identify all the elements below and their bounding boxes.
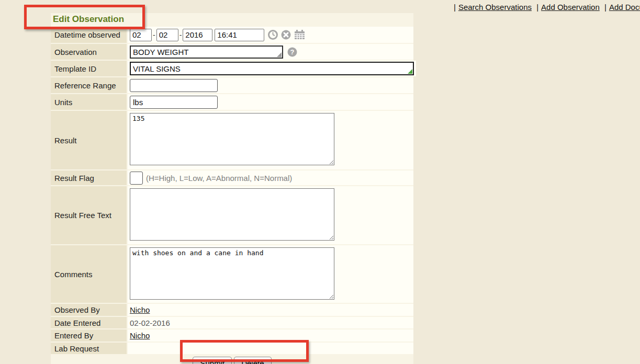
row-entered-by: Entered By Nicho: [51, 329, 413, 342]
date-entered-label: Date Entered: [51, 317, 127, 328]
result-flag-hint: (H=High, L=Low, A=Abnormal, N=Normal): [146, 174, 292, 183]
clock-icon[interactable]: [268, 30, 278, 40]
delete-button[interactable]: Delete: [234, 357, 271, 364]
nav-link-add-observation[interactable]: Add Observation: [541, 3, 600, 12]
lab-request-label: Lab Request: [51, 343, 127, 354]
row-template-id: Template ID: [51, 61, 413, 76]
row-result-free-text: Result Free Text: [51, 186, 413, 244]
nav-link-add-document[interactable]: Add Document: [609, 3, 640, 12]
result-textarea[interactable]: 135: [130, 113, 334, 165]
row-lab-request: Lab Request: [51, 343, 413, 354]
resize-handle[interactable]: [408, 69, 412, 74]
form-actions: Submit Delete: [51, 355, 413, 364]
observation-input[interactable]: [130, 46, 283, 59]
comments-label: Comments: [51, 245, 127, 303]
row-observation: Observation ?: [51, 44, 413, 60]
units-input[interactable]: [130, 96, 218, 109]
reference-range-label: Reference Range: [51, 77, 127, 93]
nav-link-search-observations[interactable]: Search Observations: [458, 3, 532, 12]
units-label: Units: [51, 94, 127, 110]
nav-separator: |: [536, 3, 538, 12]
result-flag-input[interactable]: [130, 172, 143, 185]
row-units: Units: [51, 94, 413, 110]
calendar-icon[interactable]: [294, 30, 305, 40]
page-title: Edit Observation: [51, 13, 413, 26]
comments-textarea[interactable]: with shoes on and a cane in hand: [130, 247, 334, 300]
datetime-year-input[interactable]: [183, 29, 212, 41]
resize-handle[interactable]: [277, 52, 282, 57]
row-date-entered: Date Entered 02-02-2016: [51, 317, 413, 328]
template-id-input[interactable]: [130, 62, 414, 75]
entered-by-label: Entered By: [51, 329, 127, 342]
date-entered-value: 02-02-2016: [130, 318, 170, 327]
observed-by-label: Observed By: [51, 304, 127, 316]
datetime-month-input[interactable]: [130, 29, 152, 41]
date-separator: -: [153, 31, 155, 39]
template-id-label: Template ID: [51, 61, 127, 76]
top-navigation: |Search Observations |Add Observation |A…: [451, 3, 640, 12]
datetime-observed-label: Datetime observed: [51, 27, 127, 43]
svg-text:?: ?: [290, 48, 295, 56]
result-flag-label: Result Flag: [51, 170, 127, 185]
row-observed-by: Observed By Nicho: [51, 304, 413, 316]
row-datetime-observed: Datetime observed - -: [51, 27, 413, 43]
row-reference-range: Reference Range: [51, 77, 413, 93]
reference-range-input[interactable]: [130, 79, 218, 92]
nav-separator: |: [454, 3, 456, 12]
help-icon[interactable]: ?: [287, 47, 297, 57]
nav-separator: |: [604, 3, 607, 12]
result-label: Result: [51, 111, 127, 169]
edit-observation-form: Edit Observation Datetime observed - -: [51, 13, 413, 364]
submit-button[interactable]: Submit: [193, 357, 232, 364]
entered-by-link[interactable]: Nicho: [130, 331, 150, 340]
row-result: Result 135: [51, 111, 413, 169]
result-free-text-label: Result Free Text: [51, 186, 127, 244]
observation-label: Observation: [51, 44, 127, 60]
datetime-day-input[interactable]: [156, 29, 178, 41]
datetime-time-input[interactable]: [215, 29, 264, 41]
date-separator: -: [179, 31, 182, 39]
cancel-icon[interactable]: [281, 30, 291, 40]
row-comments: Comments with shoes on and a cane in han…: [51, 245, 413, 303]
observed-by-link[interactable]: Nicho: [130, 305, 150, 314]
row-result-flag: Result Flag (H=High, L=Low, A=Abnormal, …: [51, 170, 413, 185]
result-free-text-textarea[interactable]: [130, 188, 334, 241]
